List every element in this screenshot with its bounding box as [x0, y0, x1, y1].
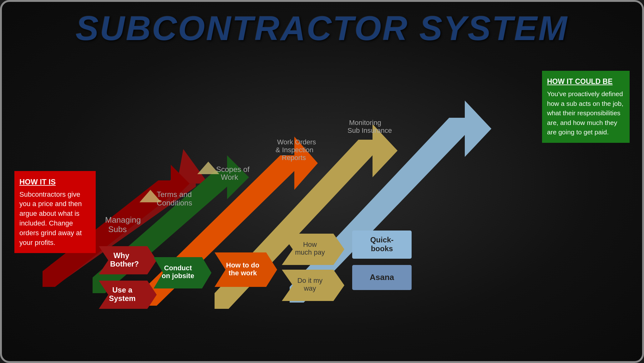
svg-text:Conditions: Conditions: [157, 199, 192, 207]
svg-text:Work Orders: Work Orders: [277, 138, 316, 146]
svg-text:Use a: Use a: [112, 286, 133, 294]
use-a-system-chevron[interactable]: Use a System: [99, 281, 157, 309]
svg-text:Quick-: Quick-: [370, 236, 394, 244]
how-it-is-box: HOW IT IS Subcontractors give you a pric…: [14, 171, 96, 253]
how-it-could-be-text: You've proactively defined how a sub act…: [547, 90, 623, 136]
svg-text:the work: the work: [229, 269, 257, 277]
how-much-pay-chevron[interactable]: How much pay: [282, 234, 344, 265]
svg-text:Asana: Asana: [370, 272, 394, 282]
how-to-do-work-chevron[interactable]: How to do the work: [215, 252, 277, 287]
svg-text:Reports: Reports: [282, 154, 306, 162]
svg-text:Why: Why: [114, 251, 129, 260]
svg-text:& Inspection: & Inspection: [276, 146, 313, 154]
svg-text:Work: Work: [221, 173, 239, 181]
svg-text:way: way: [303, 284, 316, 292]
page-title: SUBCONTRACTOR SYSTEM: [2, 2, 642, 51]
svg-text:Scopes of: Scopes of: [216, 165, 250, 174]
how-it-could-be-box: HOW IT COULD BE You've proactively defin…: [542, 71, 630, 143]
how-it-is-text: Subcontractors give you a price and then…: [19, 190, 82, 246]
how-it-could-be-label: HOW IT COULD BE: [547, 76, 625, 87]
svg-text:on jobsite: on jobsite: [162, 272, 194, 280]
svg-text:Managing: Managing: [105, 215, 141, 225]
conduct-jobsite-chevron[interactable]: Conduct on jobsite: [154, 257, 211, 288]
svg-text:much pay: much pay: [295, 248, 325, 256]
svg-text:Subs: Subs: [108, 225, 127, 234]
quickbooks-node[interactable]: Quick- books: [352, 231, 412, 259]
svg-text:Monitoring: Monitoring: [349, 119, 381, 127]
svg-text:Do it my: Do it my: [297, 277, 323, 284]
svg-text:Terms and: Terms and: [157, 190, 192, 199]
svg-text:Conduct: Conduct: [164, 264, 192, 272]
svg-text:How to do: How to do: [226, 261, 259, 269]
why-bother-chevron[interactable]: Why Bother?: [99, 246, 157, 274]
asana-node[interactable]: Asana: [352, 265, 412, 290]
svg-text:Bother?: Bother?: [110, 260, 139, 268]
svg-text:How: How: [303, 241, 317, 248]
how-it-is-label: HOW IT IS: [19, 177, 91, 187]
svg-text:System: System: [109, 294, 135, 303]
svg-text:books: books: [371, 244, 393, 253]
svg-text:Sub Insurance: Sub Insurance: [347, 127, 392, 134]
main-container: SUBCONTRACTOR SYSTEM: [0, 0, 644, 363]
